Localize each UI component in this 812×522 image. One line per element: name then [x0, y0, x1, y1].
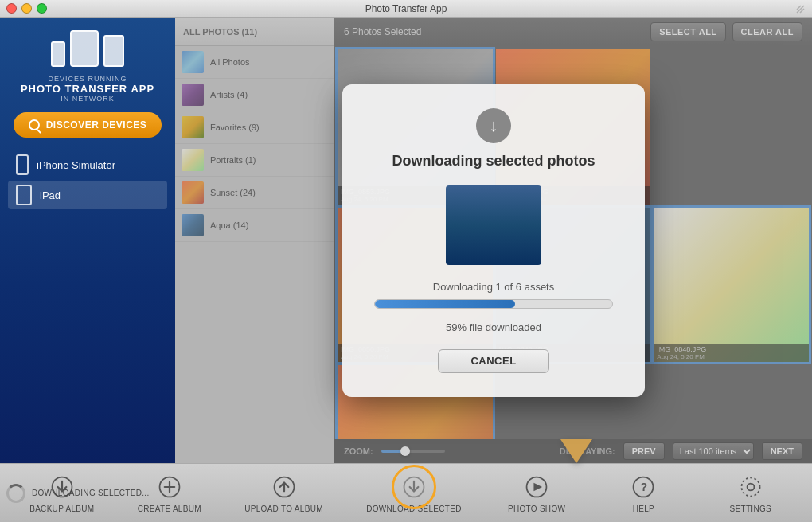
upload-to-album-label: UPLOAD TO ALBUM: [244, 504, 323, 513]
settings-label: SETTINGS: [730, 504, 771, 513]
sidebar-line3: IN NETWORK: [21, 95, 154, 103]
help-label: HELP: [633, 504, 654, 513]
modal-status-text: Downloading 1 of 6 assets: [433, 281, 554, 293]
sidebar-line1: DEVICES RUNNING: [21, 75, 154, 83]
svg-point-8: [747, 484, 754, 491]
discover-devices-button[interactable]: DISCOVER DEVICES: [14, 112, 162, 138]
sidebar-app-name: DEVICES RUNNING PHOTO TRANSFER APP IN NE…: [21, 75, 154, 103]
modal-progress-container: [374, 299, 613, 309]
resize-icon[interactable]: [795, 3, 806, 14]
help-icon: ?: [629, 473, 658, 501]
loading-spinner: [6, 484, 25, 503]
create-album-icon: [155, 473, 184, 501]
content-area: ALL PHOTOS (11) All Photos Artists (4): [175, 18, 812, 463]
modal-photo-preview: [446, 185, 541, 265]
downloading-status-text: Downloading Selected...: [32, 489, 149, 497]
modal-percent-text: 59% file downloaded: [446, 321, 541, 333]
toolbar-item-settings[interactable]: SETTINGS: [719, 473, 783, 513]
modal-progress-bar: [375, 300, 515, 308]
search-icon: [29, 119, 40, 130]
toolbar-item-upload[interactable]: UPLOAD TO ALBUM: [244, 473, 323, 513]
sidebar-item-iphone[interactable]: iPhone Simulator: [8, 150, 167, 179]
bottom-toolbar: Downloading Selected... BACKUP ALBUM CRE…: [0, 463, 812, 522]
title-bar: Photo Transfer App: [0, 0, 812, 18]
sidebar-line2: PHOTO TRANSFER APP: [21, 83, 154, 95]
app-body: DEVICES RUNNING PHOTO TRANSFER APP IN NE…: [0, 18, 812, 463]
modal-title: Downloading selected photos: [392, 153, 595, 169]
modal-cancel-button[interactable]: CANCEL: [438, 349, 549, 373]
create-album-label: CREATE ALBUM: [138, 504, 201, 513]
ipad-label: iPad: [40, 189, 61, 201]
close-button[interactable]: [6, 3, 17, 14]
iphone-icon: [16, 154, 29, 175]
window-controls: [6, 3, 47, 14]
highlight-ring: [392, 465, 436, 509]
modal-overlay: ↓ Downloading selected photos Downloadin…: [175, 18, 812, 463]
toolbar-item-download[interactable]: DOWNLOAD SELECTED: [366, 473, 462, 513]
large-phone-icon: [103, 35, 124, 67]
photo-show-label: PHOTO SHOW: [508, 504, 565, 513]
download-selected-icon: [400, 473, 428, 501]
ipad-icon: [16, 185, 32, 205]
app-title: Photo Transfer App: [365, 3, 447, 14]
photo-show-icon: [522, 473, 551, 501]
svg-point-9: [741, 477, 759, 496]
modal-download-icon: ↓: [476, 108, 511, 143]
svg-text:?: ?: [641, 481, 648, 493]
maximize-button[interactable]: [37, 3, 47, 14]
sidebar: DEVICES RUNNING PHOTO TRANSFER APP IN NE…: [0, 18, 175, 463]
sidebar-item-ipad[interactable]: iPad: [8, 181, 167, 209]
status-left: Downloading Selected...: [6, 484, 149, 503]
tablet-icon: [70, 30, 99, 67]
upload-to-album-icon: [270, 473, 299, 501]
toolbar-item-help[interactable]: ? HELP: [611, 473, 675, 513]
discover-btn-label: DISCOVER DEVICES: [46, 119, 147, 130]
toolbar-item-photoshow[interactable]: PHOTO SHOW: [505, 473, 568, 513]
modal-box: ↓ Downloading selected photos Downloadin…: [342, 84, 645, 397]
small-phone-icon: [51, 41, 65, 67]
backup-album-label: BACKUP ALBUM: [29, 504, 94, 513]
iphone-label: iPhone Simulator: [37, 159, 115, 171]
svg-marker-5: [534, 483, 543, 492]
minimize-button[interactable]: [21, 3, 32, 14]
settings-icon: [736, 473, 765, 501]
devices-illustration: [51, 30, 124, 67]
